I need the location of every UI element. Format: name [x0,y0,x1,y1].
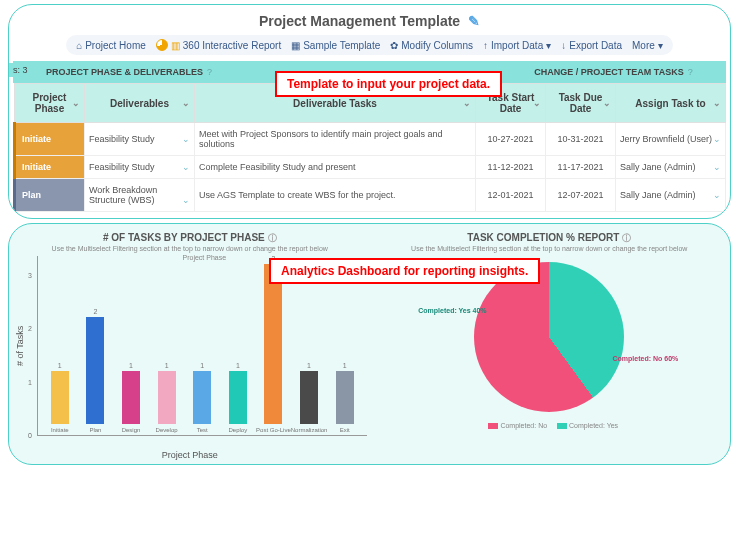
bar-value-label: 1 [307,362,311,369]
category-label: Post Go-Live [256,427,291,435]
bar[interactable] [336,371,354,424]
phase-cell[interactable]: Plan [15,179,85,212]
info-icon[interactable]: ⓘ [268,233,277,243]
chevron-down-icon: ▾ [658,40,663,51]
col-due-label: Task Due Date [559,92,603,114]
chevron-down-icon: ⌄ [463,98,471,108]
table-row[interactable]: InitiateFeasibility Study⌄Meet with Proj… [15,123,726,156]
pie-label-no: Completed: No 60% [611,354,681,363]
due-date-cell[interactable]: 12-07-2021 [546,179,616,212]
bar[interactable] [193,371,211,424]
deliverable-cell[interactable]: Feasibility Study⌄ [85,123,195,156]
table-row[interactable]: PlanWork Breakdown Structure (WBS)⌄Use A… [15,179,726,212]
category-label: Plan [89,427,101,435]
bar-icon: ▥ [171,40,180,51]
project-home-button[interactable]: ⌂Project Home [76,40,146,51]
col-phase[interactable]: Project Phase⌄ [15,84,85,123]
annotation-template: Template to input your project data. [275,71,502,97]
chevron-down-icon: ⌄ [72,98,80,108]
task-cell[interactable]: Complete Feasibility Study and present [195,156,476,179]
help-icon[interactable]: ? [688,67,693,77]
phase-cell[interactable]: Initiate [15,156,85,179]
project-table: Project Phase⌄ Deliverables⌄ Deliverable… [13,83,726,212]
bar[interactable] [158,371,176,424]
bar-wrap: 1Develop [152,362,181,435]
bar-value-label: 1 [200,362,204,369]
pie-label-yes: Completed: Yes 40% [416,306,488,315]
home-icon: ⌂ [76,40,82,51]
assign-cell[interactable]: Jerry Brownfield (User)⌄ [616,123,726,156]
chevron-down-icon: ⌄ [713,162,721,172]
chevron-down-icon: ⌄ [182,162,190,172]
edit-icon[interactable]: ✎ [468,13,480,29]
toolbar: ⌂Project Home ▥360 Interactive Report ▦S… [66,35,673,55]
col-tasks-label: Deliverable Tasks [293,98,377,109]
category-label: Develop [156,427,178,435]
bar-chart-title: # OF TASKS BY PROJECT PHASE [103,232,265,243]
bar-value-label: 1 [58,362,62,369]
chevron-down-icon: ⌄ [713,98,721,108]
pie-chart: Completed: Yes 40% Completed: No 60% [474,262,624,412]
col-assign[interactable]: Assign Task to⌄ [616,84,726,123]
x-axis-label: Project Phase [13,450,367,460]
start-date-cell[interactable]: 12-01-2021 [476,179,546,212]
category-label: Design [122,427,141,435]
chevron-down-icon: ⌄ [603,98,611,108]
bar[interactable] [86,317,104,424]
bar-value-label: 1 [236,362,240,369]
export-data-button[interactable]: ↓Export Data [561,40,622,51]
section-team-label: CHANGE / PROJECT TEAM TASKS [534,67,683,77]
bar-value-label: 1 [165,362,169,369]
help-icon[interactable]: ? [207,67,212,77]
start-date-cell[interactable]: 10-27-2021 [476,123,546,156]
phase-cell[interactable]: Initiate [15,123,85,156]
category-label: Test [197,427,208,435]
col-deliverables[interactable]: Deliverables⌄ [85,84,195,123]
interactive-report-button[interactable]: ▥360 Interactive Report [156,39,281,51]
deliverable-cell[interactable]: Work Breakdown Structure (WBS)⌄ [85,179,195,212]
col-phase-label: Project Phase [33,92,67,114]
sample-template-button[interactable]: ▦Sample Template [291,40,380,51]
bar-value-label: 1 [129,362,133,369]
bar-chart-subtitle: Use the Multiselect Filtering section at… [13,245,367,252]
chevron-down-icon: ⌄ [182,195,190,205]
arrow-up-icon: ↑ [483,40,488,51]
y-tick: 2 [28,325,32,332]
start-date-cell[interactable]: 11-12-2021 [476,156,546,179]
pie-chart-title: TASK COMPLETION % REPORT [467,232,619,243]
more-label: More [632,40,655,51]
legend-yes-label: Completed: Yes [569,422,618,429]
modify-columns-button[interactable]: ✿Modify Columns [390,40,473,51]
bar[interactable] [264,264,282,424]
legend-swatch-no [488,423,498,429]
category-label: Normalization [291,427,328,435]
col-assign-label: Assign Task to [635,98,705,109]
export-label: Export Data [569,40,622,51]
bar-wrap: 1Test [188,362,217,435]
bar-wrap: 1Normalization [295,362,324,435]
info-icon[interactable]: ⓘ [622,233,631,243]
table-row[interactable]: InitiateFeasibility Study⌄Complete Feasi… [15,156,726,179]
section-phase-label: PROJECT PHASE & DELIVERABLES [46,67,203,77]
sample-label: Sample Template [303,40,380,51]
category-label: Deploy [229,427,248,435]
bar[interactable] [122,371,140,424]
due-date-cell[interactable]: 10-31-2021 [546,123,616,156]
deliverable-cell[interactable]: Feasibility Study⌄ [85,156,195,179]
bar[interactable] [300,371,318,424]
task-cell[interactable]: Use AGS Template to create WBS for the p… [195,179,476,212]
task-cell[interactable]: Meet with Project Sponsors to identify m… [195,123,476,156]
arrow-down-icon: ↓ [561,40,566,51]
more-button[interactable]: More ▾ [632,40,663,51]
assign-cell[interactable]: Sally Jane (Admin)⌄ [616,179,726,212]
assign-cell[interactable]: Sally Jane (Admin)⌄ [616,156,726,179]
pie-legend: Completed: No Completed: Yes [373,422,727,429]
import-label: Import Data [491,40,543,51]
col-due[interactable]: Task Due Date⌄ [546,84,616,123]
due-date-cell[interactable]: 11-17-2021 [546,156,616,179]
legend-no-label: Completed: No [500,422,547,429]
bar[interactable] [51,371,69,424]
bar[interactable] [229,371,247,424]
page-title: Project Management Template ✎ [13,13,726,29]
import-data-button[interactable]: ↑Import Data ▾ [483,40,551,51]
